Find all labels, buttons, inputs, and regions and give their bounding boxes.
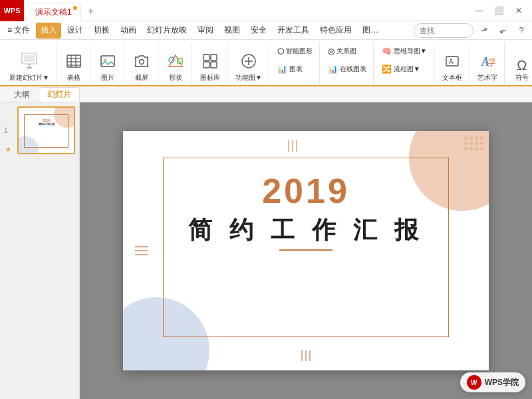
chart-button[interactable]: 📊 图表	[275, 63, 315, 75]
menu-security[interactable]: 安全	[246, 23, 271, 39]
group-textbox: A 文本框	[436, 43, 469, 85]
image-button[interactable]: 图片	[96, 49, 120, 84]
tab-slides[interactable]: 幻灯片	[39, 87, 80, 102]
group-smart: ⬡ 智能图形 📊 图表	[271, 43, 320, 85]
search-input[interactable]	[414, 23, 473, 38]
group-artword: A字 艺术字	[471, 43, 505, 85]
skin-icon[interactable]: ⬐	[495, 23, 511, 39]
artword-button[interactable]: A字 艺术字	[475, 49, 500, 84]
iconlib-button[interactable]: 图标库	[198, 49, 223, 84]
function-button[interactable]: 功能图▼	[233, 49, 265, 84]
slide-title: 简 约 工 作 汇 报	[123, 214, 489, 247]
slide-canvas: 2019 简 约 工 作 汇 报	[123, 131, 489, 370]
tab-outline[interactable]: 大纲	[5, 87, 39, 102]
maximize-button[interactable]: ⬜	[489, 1, 508, 20]
smart-shape-label: 智能图形	[286, 47, 313, 56]
share-icon[interactable]: ⬏	[476, 23, 492, 39]
menu-design[interactable]: 设计	[63, 23, 88, 39]
slide-star: ★	[5, 146, 11, 153]
screenshot-button[interactable]: 截屏	[130, 49, 154, 84]
group-screenshot: 截屏	[126, 43, 158, 85]
menu-view[interactable]: 视图	[219, 23, 245, 39]
group-iconlib: 图标库	[194, 43, 227, 85]
group-function: 功能图▼	[229, 43, 269, 85]
svg-rect-17	[211, 55, 217, 61]
slide-year: 2019	[123, 171, 489, 211]
table-label: 表格	[67, 73, 80, 82]
menu-special-label: 特色应用	[320, 25, 352, 36]
flowchart-button[interactable]: 🔀 流程图▼	[379, 63, 430, 75]
artword-icon: A字	[479, 53, 495, 72]
menu-animate-label: 动画	[120, 25, 136, 36]
help-icon[interactable]: ?	[513, 23, 529, 39]
table-button[interactable]: 表格	[62, 49, 86, 84]
menu-file[interactable]: ≡ 文件	[3, 23, 35, 39]
svg-point-12	[139, 60, 144, 65]
svg-rect-19	[211, 62, 217, 68]
iconlib-label: 图标库	[200, 73, 220, 82]
deco-lines-top-center	[288, 140, 297, 152]
group-relation: ◎ 关系图 📊 在线图表	[321, 43, 374, 85]
new-slide-icon	[20, 51, 39, 72]
menu-slideshow-label: 幻灯片放映	[147, 25, 187, 36]
menu-special[interactable]: 特色应用	[315, 23, 356, 39]
svg-text:A: A	[449, 58, 454, 65]
wps-academy-badge[interactable]: W WPS学院	[460, 372, 525, 392]
tab-outline-label: 大纲	[14, 89, 30, 100]
svg-rect-18	[203, 62, 209, 68]
shape-button[interactable]: 形状	[164, 49, 188, 84]
screenshot-icon	[134, 53, 150, 72]
menu-insert[interactable]: 插入	[36, 23, 61, 39]
main-canvas: 2019 简 约 工 作 汇 报 W WPS学院	[80, 102, 532, 399]
svg-rect-10	[101, 56, 114, 66]
close-button[interactable]: ✕	[509, 1, 528, 20]
wps-logo[interactable]: W PS	[0, 0, 24, 21]
menu-review[interactable]: 审阅	[193, 23, 218, 39]
menu-image-label: 图…	[362, 25, 378, 36]
new-slide-button[interactable]: 新建幻灯片▼	[7, 49, 52, 84]
wps-logo-ps: PS	[11, 7, 21, 15]
slide-number-1: 1	[4, 127, 8, 134]
group-shape: 形状	[160, 43, 192, 85]
relation-button[interactable]: ◎ 关系图	[325, 45, 369, 57]
menu-switch-label: 切换	[94, 25, 110, 36]
slide-thumb-1[interactable]: 2019 简约工作汇报	[17, 106, 75, 154]
smart-shape-button[interactable]: ⬡ 智能图形	[275, 45, 315, 57]
tab-slides-label: 幻灯片	[47, 89, 71, 100]
menu-design-label: 设计	[67, 25, 83, 36]
menu-devtools[interactable]: 开发工具	[273, 23, 314, 39]
svg-text:字: 字	[487, 58, 495, 68]
menu-animate[interactable]: 动画	[116, 23, 141, 39]
new-slide-label: 新建幻灯片▼	[9, 73, 49, 82]
textbox-button[interactable]: A 文本框	[440, 49, 465, 84]
window-controls: — ⬜ ✕	[469, 1, 532, 20]
menu-image[interactable]: 图…	[358, 23, 383, 39]
image-icon	[100, 53, 116, 72]
textbox-icon: A	[444, 53, 460, 72]
minimize-button[interactable]: —	[469, 1, 488, 20]
online-chart-label: 在线图表	[340, 65, 366, 74]
menu-devtools-label: 开发工具	[277, 25, 309, 36]
unsaved-dot	[73, 6, 77, 10]
symbol-button[interactable]: Ω 符号	[510, 49, 532, 84]
shape-icon	[168, 53, 184, 72]
online-chart-button[interactable]: 📊 在线图表	[325, 63, 369, 75]
deco-lines-bottom	[301, 350, 311, 361]
wps-acad-logo: W	[467, 375, 481, 390]
menu-slideshow[interactable]: 幻灯片放映	[142, 23, 192, 39]
svg-rect-1	[24, 55, 35, 62]
wps-acad-w: W	[471, 379, 477, 386]
group-symbol: Ω 符号	[506, 43, 532, 85]
menu-security-label: 安全	[251, 25, 267, 36]
title-tabs: 演示文稿1 +	[24, 0, 469, 21]
mindmap-button[interactable]: 🧠 思维导图▼	[379, 45, 430, 57]
online-chart-icon: 📊	[328, 65, 338, 74]
slide-panel: 1 2019 简约工作汇报 ★	[0, 102, 80, 399]
new-tab-button[interactable]: +	[82, 2, 100, 21]
ribbon-toolbar: 新建幻灯片▼ 表格 图片	[0, 40, 532, 86]
deco-lines-left	[135, 246, 148, 255]
symbol-icon: Ω	[517, 59, 527, 72]
group-image: 图片	[92, 43, 124, 85]
menu-switch[interactable]: 切换	[89, 23, 114, 39]
title-tab-doc1[interactable]: 演示文稿1	[27, 3, 80, 21]
